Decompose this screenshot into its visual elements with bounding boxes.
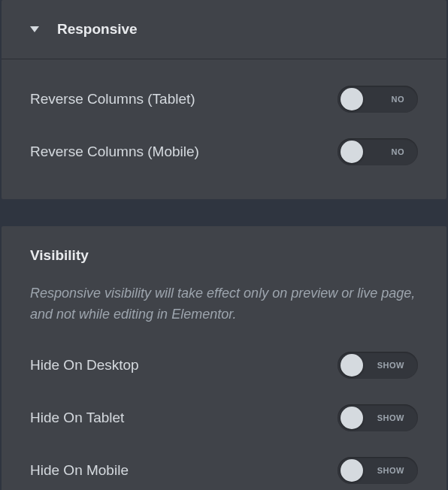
hide-on-mobile-toggle[interactable]: SHOW <box>338 457 418 484</box>
reverse-columns-tablet-toggle[interactable]: NO <box>338 86 418 113</box>
caret-down-icon <box>30 26 39 32</box>
toggle-state-text: NO <box>392 147 405 156</box>
toggle-state-text: NO <box>392 95 405 104</box>
toggle-knob <box>341 354 363 377</box>
hide-on-mobile-row: Hide On Mobile SHOW <box>30 444 418 490</box>
hide-on-tablet-toggle[interactable]: SHOW <box>338 404 418 431</box>
reverse-columns-tablet-row: Reverse Columns (Tablet) NO <box>30 73 418 126</box>
responsive-section-header[interactable]: Responsive <box>2 0 446 59</box>
hide-on-desktop-row: Hide On Desktop SHOW <box>30 339 418 392</box>
toggle-knob <box>341 141 363 163</box>
reverse-columns-mobile-row: Reverse Columns (Mobile) NO <box>30 126 418 178</box>
visibility-title: Visibility <box>30 247 418 264</box>
hide-on-mobile-label: Hide On Mobile <box>30 462 129 479</box>
reverse-columns-mobile-label: Reverse Columns (Mobile) <box>30 144 199 160</box>
toggle-state-text: SHOW <box>377 361 404 370</box>
responsive-title: Responsive <box>57 21 138 38</box>
toggle-knob <box>341 459 363 482</box>
hide-on-desktop-label: Hide On Desktop <box>30 357 139 374</box>
reverse-columns-tablet-label: Reverse Columns (Tablet) <box>30 91 195 107</box>
toggle-knob <box>341 407 363 429</box>
hide-on-desktop-toggle[interactable]: SHOW <box>338 352 418 379</box>
hide-on-tablet-row: Hide On Tablet SHOW <box>30 392 418 444</box>
reverse-columns-mobile-toggle[interactable]: NO <box>338 138 418 165</box>
toggle-state-text: SHOW <box>377 413 404 422</box>
hide-on-tablet-label: Hide On Tablet <box>30 410 124 426</box>
visibility-note: Responsive visibility will take effect o… <box>30 283 418 325</box>
toggle-state-text: SHOW <box>377 466 404 475</box>
toggle-knob <box>341 88 363 110</box>
